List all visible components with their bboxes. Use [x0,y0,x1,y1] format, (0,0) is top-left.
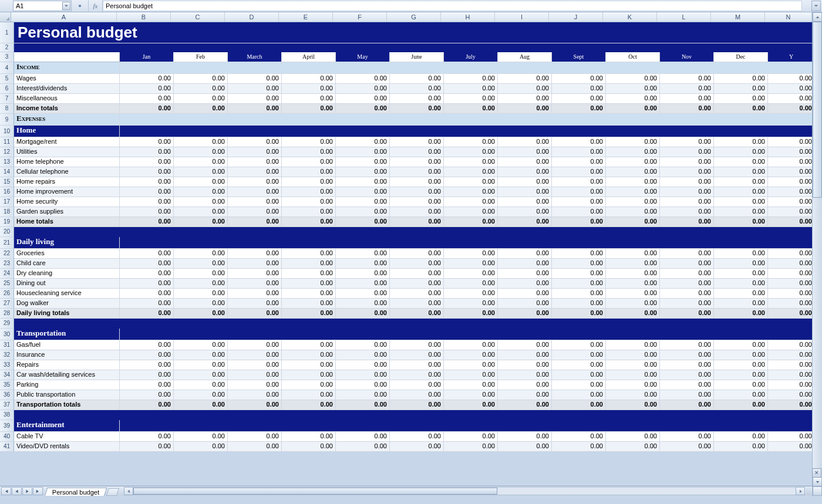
cell-value[interactable]: 0.00 [336,74,390,84]
cell-value[interactable]: 0.00 [714,94,768,104]
total-value[interactable]: 0.00 [120,309,174,319]
cell-value[interactable]: 0.00 [228,167,282,177]
cell-value[interactable]: 0.00 [282,360,336,370]
cell-value[interactable]: 0.00 [660,177,714,187]
row-label[interactable]: Home improvement [14,187,120,197]
cell-value[interactable]: 0.00 [228,380,282,390]
cell-value[interactable]: 0.00 [444,187,498,197]
total-value[interactable]: 0.00 [714,309,768,319]
cell-value[interactable]: 0.00 [390,177,444,187]
cell-value[interactable]: 0.00 [606,442,660,452]
total-value[interactable]: 0.00 [174,309,228,319]
col-header-J[interactable]: J [549,12,603,22]
row-label[interactable]: Gas/fuel [14,340,120,350]
cell-value[interactable]: 0.00 [552,187,606,197]
cell-value[interactable]: 0.00 [660,299,714,309]
total-value[interactable]: 0.00 [282,309,336,319]
cell-value[interactable]: 0.00 [174,380,228,390]
cell-value[interactable]: 0.00 [660,207,714,217]
cell-value[interactable]: 0.00 [660,289,714,299]
cell-value[interactable]: 0.00 [228,350,282,360]
cell-value[interactable]: 0.00 [444,432,498,442]
col-header-E[interactable]: E [279,12,333,22]
total-label[interactable]: Income totals [14,104,120,114]
cell-value[interactable]: 0.00 [120,249,174,259]
cell-value[interactable]: 0.00 [714,84,768,94]
cell-value[interactable]: 0.00 [174,187,228,197]
cell-value[interactable]: 0.00 [120,207,174,217]
cell-value[interactable]: 0.00 [444,350,498,360]
row-header-21[interactable]: 21 [0,237,14,249]
cell-value[interactable]: 0.00 [282,94,336,104]
cell-value[interactable]: 0.00 [660,279,714,289]
row-header-24[interactable]: 24 [0,269,14,279]
cell-value[interactable]: 0.00 [336,177,390,187]
row-header-30[interactable]: 30 [0,329,14,340]
cell-value[interactable]: 0.00 [174,74,228,84]
total-value[interactable]: 0.00 [768,104,812,114]
cell-value[interactable]: 0.00 [174,167,228,177]
cell-value[interactable]: 0.00 [174,94,228,104]
row-header-27[interactable]: 27 [0,299,14,309]
cell-value[interactable]: 0.00 [498,187,552,197]
cell-value[interactable]: 0.00 [606,350,660,360]
cell-value[interactable]: 0.00 [552,350,606,360]
cell-value[interactable]: 0.00 [498,259,552,269]
row-header-34[interactable]: 34 [0,370,14,380]
spacer-row[interactable] [14,319,812,329]
cell-value[interactable]: 0.00 [174,350,228,360]
tab-last-button[interactable] [33,487,43,495]
cell-value[interactable]: 0.00 [498,390,552,400]
row-label[interactable]: Wages [14,74,120,84]
cell-value[interactable]: 0.00 [282,442,336,452]
cell-value[interactable]: 0.00 [444,147,498,157]
cell-value[interactable]: 0.00 [336,157,390,167]
cell-value[interactable]: 0.00 [606,197,660,207]
cell-value[interactable]: 0.00 [120,197,174,207]
cell-value[interactable]: 0.00 [282,380,336,390]
cell-value[interactable]: 0.00 [336,299,390,309]
cell-value[interactable]: 0.00 [336,187,390,197]
total-value[interactable]: 0.00 [228,309,282,319]
cell-value[interactable]: 0.00 [606,299,660,309]
cell-value[interactable]: 0.00 [336,197,390,207]
cell-value[interactable]: 0.00 [552,289,606,299]
month-Sept[interactable]: Sept [552,52,606,62]
cell-value[interactable]: 0.00 [498,289,552,299]
cell-value[interactable]: 0.00 [444,167,498,177]
row-header-2[interactable]: 2 [0,43,14,52]
formula-bar-handle[interactable] [72,5,88,7]
row-label[interactable]: Home telephone [14,157,120,167]
row-label[interactable]: Dry cleaning [14,269,120,279]
total-value[interactable]: 0.00 [714,104,768,114]
cell-value[interactable]: 0.00 [768,360,812,370]
cell-value[interactable]: 0.00 [552,340,606,350]
cell-value[interactable]: 0.00 [282,340,336,350]
cell-value[interactable]: 0.00 [120,94,174,104]
cell-value[interactable]: 0.00 [336,279,390,289]
cell-value[interactable]: 0.00 [390,207,444,217]
cell-value[interactable]: 0.00 [228,207,282,217]
cell-value[interactable]: 0.00 [390,187,444,197]
cell-value[interactable]: 0.00 [714,279,768,289]
cell-value[interactable]: 0.00 [714,167,768,177]
total-value[interactable]: 0.00 [390,217,444,227]
cell-value[interactable]: 0.00 [228,74,282,84]
row-header-26[interactable]: 26 [0,289,14,299]
cell-value[interactable]: 0.00 [444,390,498,400]
cell-value[interactable]: 0.00 [390,289,444,299]
col-header-D[interactable]: D [225,12,279,22]
row-header-10[interactable]: 10 [0,126,14,137]
row-header-9[interactable]: 9 [0,114,14,126]
cell-value[interactable]: 0.00 [336,137,390,147]
row-header-5[interactable]: 5 [0,74,14,84]
cell-value[interactable]: 0.00 [282,279,336,289]
cell-value[interactable]: 0.00 [768,279,812,289]
cell-value[interactable]: 0.00 [714,259,768,269]
cell-value[interactable]: 0.00 [120,147,174,157]
spacer-row[interactable] [14,227,812,237]
total-value[interactable]: 0.00 [498,400,552,410]
cell-value[interactable]: 0.00 [390,249,444,259]
total-value[interactable]: 0.00 [336,217,390,227]
cell-value[interactable]: 0.00 [174,340,228,350]
